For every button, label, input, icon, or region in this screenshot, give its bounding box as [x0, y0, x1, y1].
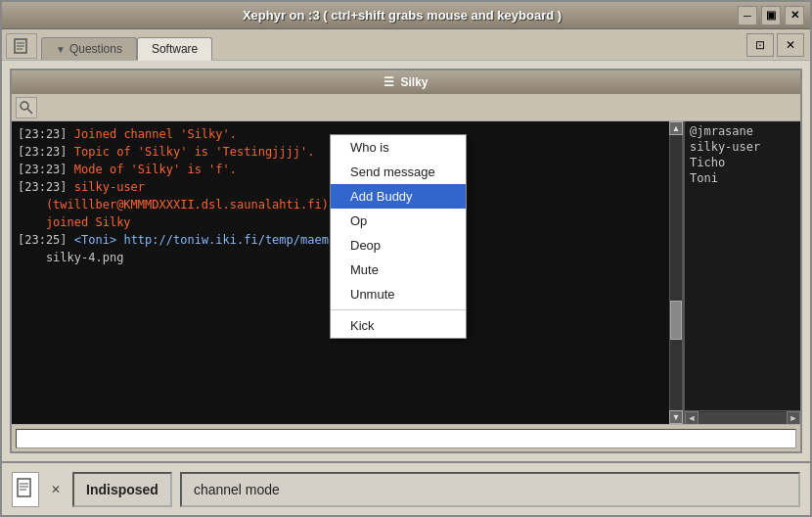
context-menu-who-is[interactable]: Who is [331, 135, 466, 160]
context-menu: Who is Send message Add Buddy Op Deop Mu… [330, 134, 467, 339]
tab-questions-label: Questions [69, 42, 122, 56]
statusbar: ✕ Indisposed channel mode [2, 461, 810, 515]
inner-titlebar: ☰ Silky [12, 70, 800, 94]
user-list-item[interactable]: Toni [687, 170, 798, 186]
document-icon [13, 38, 30, 54]
scrollbar-down-button[interactable]: ▼ [669, 410, 683, 424]
statusbar-close-button[interactable]: ✕ [47, 481, 65, 498]
userlist-hscrollbar[interactable]: ◄ ► [685, 410, 800, 424]
statusbar-file-icon [12, 472, 39, 507]
status-text: Indisposed [86, 482, 158, 497]
top-right-icons: ⊡ ✕ [746, 33, 804, 57]
context-menu-mute[interactable]: Mute [331, 258, 466, 282]
icon-button-1[interactable] [6, 33, 37, 59]
user-list-item[interactable]: silky-user [687, 139, 798, 155]
close-tab-button[interactable]: ✕ [777, 33, 804, 57]
inner-window-title: ☰ Silky [383, 75, 428, 89]
tab-arrow-icon: ▼ [56, 44, 66, 55]
context-menu-op[interactable]: Op [331, 209, 466, 233]
context-menu-deop[interactable]: Deop [331, 233, 466, 258]
user-list-item[interactable]: @jmrasane [687, 123, 798, 139]
context-menu-send-message[interactable]: Send message [331, 160, 466, 184]
scrollbar-up-button[interactable]: ▲ [669, 121, 683, 135]
user-list-content[interactable]: @jmrasane silky-user Ticho Toni [685, 121, 800, 410]
window-frame: Xephyr on :3 ( ctrl+shift grabs mouse an… [0, 0, 812, 517]
context-menu-separator [331, 309, 466, 310]
svg-point-4 [21, 102, 28, 110]
user-list: @jmrasane silky-user Ticho Toni ◄ ► [683, 121, 800, 424]
tab-area: ▼ Questions Software ⊡ ✕ [2, 29, 810, 61]
detach-button[interactable]: ⊡ [746, 33, 774, 57]
context-menu-unmute[interactable]: Unmute [331, 282, 466, 306]
context-menu-kick[interactable]: Kick [331, 313, 466, 338]
status-badge: Indisposed [72, 472, 172, 507]
hscroll-right-button[interactable]: ► [787, 411, 800, 425]
scrollbar-thumb[interactable] [670, 301, 682, 340]
hscroll-left-button[interactable]: ◄ [685, 411, 699, 425]
hscroll-track[interactable] [699, 412, 787, 424]
user-list-item[interactable]: Ticho [687, 155, 798, 170]
chat-scrollbar[interactable]: ▲ ▼ [669, 121, 683, 424]
search-icon [19, 100, 34, 116]
channel-mode-text: channel mode [194, 482, 280, 497]
titlebar: Xephyr on :3 ( ctrl+shift grabs mouse an… [2, 2, 810, 29]
window-title: Xephyr on :3 ( ctrl+shift grabs mouse an… [67, 8, 738, 23]
input-area [12, 424, 800, 451]
tab-software-label: Software [152, 42, 198, 56]
channel-mode-segment: channel mode [180, 472, 800, 507]
svg-line-5 [27, 109, 32, 114]
tab-questions[interactable]: ▼ Questions [41, 37, 137, 60]
context-menu-add-buddy[interactable]: Add Buddy [331, 184, 466, 209]
scrollbar-track[interactable] [670, 135, 682, 410]
tab-software[interactable]: Software [137, 37, 212, 61]
svg-rect-6 [18, 479, 30, 496]
titlebar-buttons: ─ ▣ ✕ [738, 6, 804, 25]
side-icons [6, 33, 37, 59]
minimize-button[interactable]: ─ [738, 6, 757, 25]
close-button[interactable]: ✕ [785, 6, 804, 25]
chat-input[interactable] [16, 429, 796, 448]
maximize-button[interactable]: ▣ [761, 6, 781, 25]
search-button[interactable] [16, 97, 37, 118]
file-icon [16, 478, 35, 501]
toolbar [12, 94, 800, 121]
chat-icon: ☰ [383, 75, 394, 89]
